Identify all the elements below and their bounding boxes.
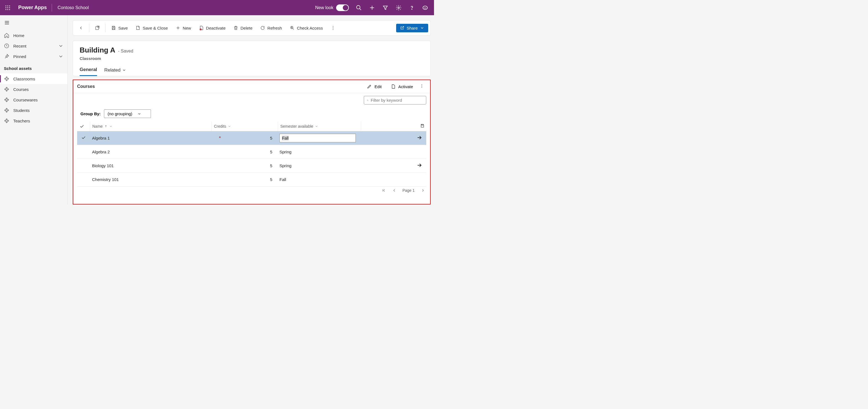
row-credits-cell: * 5	[212, 136, 278, 140]
save-close-button[interactable]: Save & Close	[132, 23, 171, 33]
row-semester-cell: Spring	[278, 163, 361, 168]
add-icon[interactable]	[366, 1, 379, 14]
subgrid-activate-button[interactable]: Activate	[386, 82, 417, 91]
nav-item-courses[interactable]: Courses	[0, 84, 67, 95]
col-spacer	[361, 121, 412, 131]
nav-item-students[interactable]: Students	[0, 105, 67, 116]
row-semester-cell: Spring	[278, 150, 361, 154]
new-look-label: New look	[315, 5, 333, 10]
nav-item-teachers[interactable]: Teachers	[0, 116, 67, 126]
more-commands-button[interactable]	[327, 23, 339, 33]
hamburger-icon[interactable]	[1, 17, 13, 28]
subgrid-header: Courses Edit Activate	[73, 80, 430, 93]
filter-icon[interactable]	[379, 1, 392, 14]
table-row[interactable]: Biology 101 5 Spring	[77, 159, 426, 173]
filter-keyword-input[interactable]	[364, 96, 426, 104]
svg-point-34	[422, 86, 422, 86]
open-record-arrow-icon[interactable]	[412, 162, 426, 169]
pager-next-icon[interactable]	[421, 188, 425, 193]
assistant-icon[interactable]	[418, 1, 432, 14]
svg-point-3	[5, 7, 6, 8]
table-row[interactable]: Algebra 1 * 5 Fall	[77, 131, 426, 145]
deactivate-label: Deactivate	[206, 26, 225, 30]
command-bar: Save Save & Close New Deactivate Delete …	[73, 20, 431, 36]
nav-item-label: Teachers	[13, 119, 30, 123]
filter-keyword-field[interactable]	[371, 98, 423, 102]
table-row[interactable]: Algebra 2 5 Spring	[77, 145, 426, 159]
row-name-cell: Biology 101	[90, 163, 212, 168]
new-look-toggle-wrap: New look	[312, 4, 352, 11]
new-button[interactable]: New	[172, 23, 194, 33]
chevron-down-icon	[109, 125, 113, 128]
svg-point-0	[5, 5, 6, 6]
row-semester-cell[interactable]: Fall	[278, 134, 361, 142]
check-access-button[interactable]: Check Access	[286, 23, 326, 33]
svg-point-31	[333, 28, 333, 28]
pager-prev-icon[interactable]	[392, 188, 396, 193]
subgrid-edit-button[interactable]: Edit	[363, 82, 386, 91]
select-all-checkbox[interactable]	[77, 124, 90, 129]
new-look-toggle[interactable]	[336, 4, 349, 11]
tab-related[interactable]: Related	[104, 67, 126, 76]
search-icon[interactable]	[352, 1, 366, 14]
open-record-arrow-icon[interactable]	[412, 134, 426, 141]
semester-edit-input[interactable]: Fall	[279, 134, 356, 142]
gear-icon[interactable]	[392, 1, 405, 14]
nav-section-title: School assets	[0, 62, 67, 73]
col-save-icon[interactable]	[412, 124, 426, 129]
svg-point-30	[333, 26, 333, 27]
deactivate-button[interactable]: Deactivate	[195, 23, 229, 33]
chevron-down-icon	[58, 43, 64, 49]
row-credits-cell: 5	[212, 150, 278, 154]
col-credits-label: Credits	[214, 124, 226, 128]
record-entity-name: Classroom	[80, 56, 424, 61]
nav-recent[interactable]: Recent	[0, 41, 67, 51]
subgrid-table: Name Credits Semester available	[73, 121, 430, 187]
delete-button[interactable]: Delete	[230, 23, 256, 33]
row-checkbox[interactable]	[77, 135, 90, 141]
nav-item-coursewares[interactable]: Coursewares	[0, 95, 67, 105]
courses-subgrid: Courses Edit Activate	[73, 80, 431, 204]
nav-item-classrooms[interactable]: Classrooms	[0, 73, 67, 84]
svg-rect-38	[422, 124, 423, 125]
nav-pinned[interactable]: Pinned	[0, 51, 67, 62]
help-icon[interactable]	[405, 1, 418, 14]
subgrid-title: Courses	[77, 84, 95, 89]
groupby-select[interactable]: (no grouping)	[104, 109, 151, 118]
svg-point-35	[422, 87, 422, 88]
svg-point-15	[423, 6, 428, 9]
check-access-label: Check Access	[297, 26, 323, 30]
refresh-button[interactable]: Refresh	[257, 23, 285, 33]
col-header-semester[interactable]: Semester available	[278, 121, 361, 131]
svg-rect-21	[113, 26, 115, 27]
subgrid-more-button[interactable]	[417, 84, 426, 89]
svg-point-13	[398, 7, 399, 8]
svg-point-1	[7, 5, 8, 6]
col-header-name[interactable]: Name	[90, 121, 212, 131]
share-label: Share	[407, 26, 418, 30]
save-button[interactable]: Save	[108, 23, 131, 33]
col-header-credits[interactable]: Credits	[212, 121, 278, 131]
svg-point-9	[356, 5, 360, 9]
cmd-separator	[89, 24, 89, 32]
tab-general[interactable]: General	[80, 67, 97, 76]
row-semester-cell: Fall	[278, 177, 361, 182]
delete-label: Delete	[241, 26, 252, 30]
table-row[interactable]: Chemistry 101 5 Fall	[77, 173, 426, 187]
record-title: Building A	[80, 46, 115, 55]
svg-point-8	[9, 9, 10, 10]
back-button[interactable]	[75, 23, 87, 33]
main-area: Save Save & Close New Deactivate Delete …	[68, 15, 434, 204]
svg-line-37	[368, 100, 368, 101]
pager-first-icon[interactable]	[381, 188, 386, 193]
share-button[interactable]: Share	[396, 24, 428, 32]
nav-home[interactable]: Home	[0, 30, 67, 41]
refresh-label: Refresh	[267, 26, 282, 30]
open-new-window-button[interactable]	[92, 23, 103, 33]
row-credits-cell: 5	[212, 177, 278, 182]
svg-point-7	[7, 9, 8, 10]
nav-home-label: Home	[13, 33, 24, 38]
svg-rect-22	[113, 28, 115, 30]
svg-point-32	[333, 29, 333, 30]
app-launcher-icon[interactable]	[2, 2, 13, 13]
